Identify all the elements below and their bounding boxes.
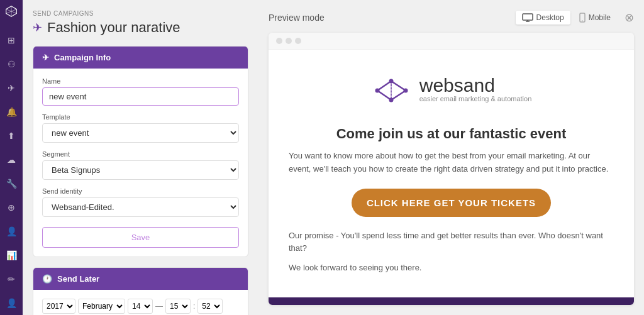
hour-select[interactable]: 15 bbox=[165, 299, 191, 314]
sidebar: ⊞ ⚇ ✈ 🔔 ⬆ ☁ 🔧 ⊕ 👤 📊 ✏ 👤 bbox=[0, 0, 23, 315]
right-panel: Preview mode Desktop Mobile ⊗ bbox=[258, 0, 644, 315]
brand-tagline: easier email marketing & automation bbox=[419, 95, 532, 102]
svg-line-11 bbox=[377, 91, 391, 100]
send-identity-select[interactable]: Websand-Edited. bbox=[42, 197, 239, 217]
email-body-text: You want to know more about how to get t… bbox=[289, 150, 614, 176]
svg-line-12 bbox=[391, 91, 406, 100]
send-icon: ✈ bbox=[33, 21, 42, 35]
frame-dots bbox=[269, 33, 634, 50]
send-identity-group: Send identity Websand-Edited. bbox=[42, 187, 239, 217]
page-title: ✈ Fashion your narative bbox=[33, 19, 248, 36]
sidebar-item-bell[interactable]: 🔔 bbox=[3, 105, 20, 119]
cta-button[interactable]: CLICK HERE GET YOUR TICKETS bbox=[352, 189, 551, 217]
name-group: Name bbox=[42, 77, 239, 106]
svg-point-14 bbox=[389, 79, 393, 84]
email-preview-frame: websand easier email marketing & automat… bbox=[269, 33, 634, 305]
send-later-card: 🕐 Send Later 2017 February 14 — 1 bbox=[33, 267, 248, 315]
template-label: Template bbox=[42, 113, 239, 121]
dot-1 bbox=[276, 38, 282, 44]
svg-point-8 bbox=[582, 20, 583, 21]
email-heading: Come join us at our fantastic event bbox=[289, 126, 614, 142]
preview-mode-label: Preview mode bbox=[269, 13, 325, 23]
sidebar-item-upload[interactable]: ⬆ bbox=[3, 129, 20, 143]
breadcrumb: SEND CAMPAIGNS bbox=[33, 10, 248, 17]
svg-point-16 bbox=[403, 89, 408, 93]
sidebar-item-users[interactable]: 👤 bbox=[3, 224, 20, 238]
websand-logo-icon bbox=[371, 75, 412, 103]
year-select[interactable]: 2017 bbox=[42, 299, 75, 314]
save-button[interactable]: Save bbox=[42, 227, 239, 248]
sidebar-item-wrench[interactable]: 🔧 bbox=[3, 177, 20, 191]
sidebar-item-pencil[interactable]: ✏ bbox=[3, 272, 20, 286]
name-input[interactable] bbox=[42, 87, 239, 106]
campaign-info-body: Name Template new event Segment Beta Sig… bbox=[33, 69, 248, 257]
app-logo bbox=[5, 5, 18, 21]
email-promise-text: Our promise - You'll spend less time and… bbox=[289, 229, 614, 256]
send-identity-label: Send identity bbox=[42, 187, 239, 195]
segment-label: Segment bbox=[42, 150, 239, 158]
desktop-icon bbox=[522, 13, 533, 22]
svg-line-9 bbox=[377, 81, 391, 91]
minute-select[interactable]: 52 bbox=[197, 299, 223, 314]
sidebar-item-globe[interactable]: ⊕ bbox=[3, 201, 20, 214]
day-select[interactable]: 14 bbox=[128, 299, 153, 314]
datetime-row: 2017 February 14 — 15 : 52 bbox=[42, 299, 239, 314]
send-later-body: 2017 February 14 — 15 : 52 bbox=[33, 290, 248, 315]
email-closing-text: We look forward to seeing you there. bbox=[289, 263, 614, 272]
sidebar-item-cloud[interactable]: ☁ bbox=[3, 153, 20, 167]
dot-3 bbox=[295, 38, 301, 44]
send-later-header: 🕐 Send Later bbox=[33, 268, 248, 290]
campaign-info-card: ✈ Campaign Info Name Template new event … bbox=[33, 46, 248, 257]
brand-name: websand bbox=[419, 76, 532, 95]
preview-toolbar: Preview mode Desktop Mobile ⊗ bbox=[269, 10, 634, 25]
campaign-icon: ✈ bbox=[42, 53, 49, 62]
svg-rect-4 bbox=[523, 14, 533, 20]
segment-group: Segment Beta Signups bbox=[42, 150, 239, 180]
sidebar-item-chart[interactable]: 📊 bbox=[3, 248, 20, 262]
sidebar-item-person[interactable]: ⚇ bbox=[3, 57, 20, 71]
clock-icon: 🕐 bbox=[42, 274, 52, 284]
sidebar-item-send[interactable]: ✈ bbox=[3, 81, 20, 95]
main-content: SEND CAMPAIGNS ✈ Fashion your narative ✈… bbox=[23, 0, 644, 315]
email-body: websand easier email marketing & automat… bbox=[269, 50, 634, 287]
svg-point-15 bbox=[375, 89, 379, 93]
template-group: Template new event bbox=[42, 113, 239, 143]
left-panel: SEND CAMPAIGNS ✈ Fashion your narative ✈… bbox=[23, 0, 258, 315]
svg-point-17 bbox=[389, 98, 393, 102]
svg-line-10 bbox=[391, 81, 406, 91]
name-label: Name bbox=[42, 77, 239, 85]
mobile-mode-button[interactable]: Mobile bbox=[573, 10, 617, 25]
campaign-info-header: ✈ Campaign Info bbox=[33, 47, 248, 69]
month-select[interactable]: February bbox=[78, 299, 125, 314]
close-preview-button[interactable]: ⊗ bbox=[625, 11, 634, 25]
email-footer-bar bbox=[269, 297, 634, 305]
sidebar-item-grid[interactable]: ⊞ bbox=[3, 33, 20, 47]
desktop-mode-button[interactable]: Desktop bbox=[516, 11, 570, 25]
dash-separator: — bbox=[155, 302, 163, 311]
mobile-icon bbox=[579, 13, 586, 23]
sidebar-item-account[interactable]: 👤 bbox=[3, 296, 20, 310]
email-logo-row: websand easier email marketing & automat… bbox=[289, 65, 614, 113]
dot-2 bbox=[286, 38, 292, 44]
segment-select[interactable]: Beta Signups bbox=[42, 160, 239, 180]
preview-modes: Desktop Mobile ⊗ bbox=[516, 10, 634, 25]
template-select[interactable]: new event bbox=[42, 123, 239, 143]
brand-name-group: websand easier email marketing & automat… bbox=[419, 76, 532, 102]
colon-separator: : bbox=[193, 302, 195, 311]
